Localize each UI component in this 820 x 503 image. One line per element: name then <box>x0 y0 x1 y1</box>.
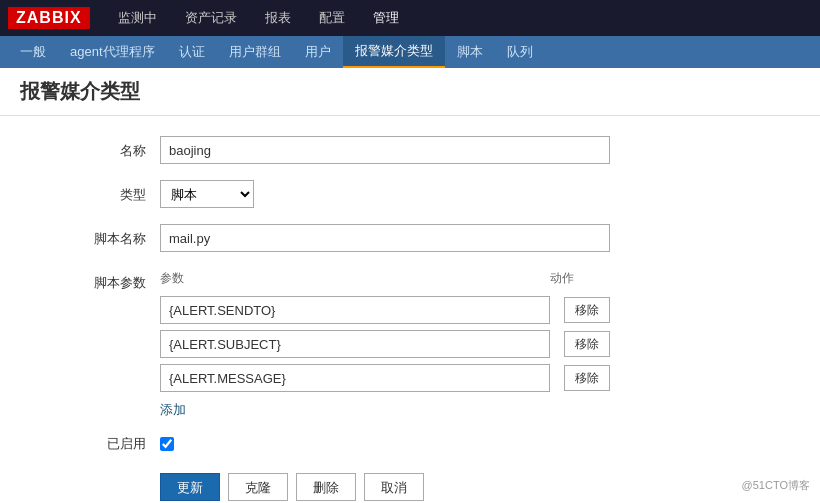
type-select[interactable]: 脚本 电子邮件 SMS Jabber Ez Texting <box>160 180 254 208</box>
remove-btn-1[interactable]: 移除 <box>564 297 610 323</box>
nav-item-monitor[interactable]: 监测中 <box>106 3 169 33</box>
subnav-agent[interactable]: agent代理程序 <box>58 37 167 67</box>
subnav-media-types[interactable]: 报警媒介类型 <box>343 36 445 68</box>
zabbix-logo: ZABBIX <box>8 7 90 29</box>
nav-item-assets[interactable]: 资产记录 <box>173 3 249 33</box>
top-nav-items: 监测中 资产记录 报表 配置 管理 <box>106 3 411 33</box>
action-col-header: 动作 <box>550 268 610 293</box>
clone-button[interactable]: 克隆 <box>228 473 288 501</box>
script-name-field <box>160 224 780 252</box>
script-name-input[interactable] <box>160 224 610 252</box>
name-label: 名称 <box>40 136 160 160</box>
name-field <box>160 136 780 164</box>
param-row-2: 移除 <box>160 327 610 361</box>
nav-item-config[interactable]: 配置 <box>307 3 357 33</box>
param-input-2[interactable] <box>160 330 550 358</box>
param-row-3: 移除 <box>160 361 610 395</box>
form-container: 名称 类型 脚本 电子邮件 SMS Jabber Ez Texting 脚本名称… <box>0 116 820 503</box>
remove-btn-3[interactable]: 移除 <box>564 365 610 391</box>
nav-item-reports[interactable]: 报表 <box>253 3 303 33</box>
subnav-usergroups[interactable]: 用户群组 <box>217 37 293 67</box>
type-label: 类型 <box>40 180 160 204</box>
type-field: 脚本 电子邮件 SMS Jabber Ez Texting <box>160 180 780 208</box>
params-table: 参数 动作 移除 移除 移除 <box>160 268 610 395</box>
action-buttons: 更新 克隆 删除 取消 <box>160 473 780 501</box>
top-navigation: ZABBIX 监测中 资产记录 报表 配置 管理 <box>0 0 820 36</box>
script-name-label: 脚本名称 <box>40 224 160 248</box>
nav-item-admin[interactable]: 管理 <box>361 3 411 33</box>
delete-button[interactable]: 删除 <box>296 473 356 501</box>
param-input-1[interactable] <box>160 296 550 324</box>
subnav-scripts[interactable]: 脚本 <box>445 37 495 67</box>
cancel-button[interactable]: 取消 <box>364 473 424 501</box>
param-row-1: 移除 <box>160 293 610 327</box>
enabled-label: 已启用 <box>40 435 160 453</box>
page-title: 报警媒介类型 <box>0 68 820 116</box>
script-params-label: 脚本参数 <box>40 268 160 292</box>
enabled-checkbox[interactable] <box>160 437 174 451</box>
enabled-row: 已启用 <box>40 435 780 453</box>
subnav-auth[interactable]: 认证 <box>167 37 217 67</box>
add-param-link[interactable]: 添加 <box>160 401 186 419</box>
name-input[interactable] <box>160 136 610 164</box>
sub-navigation: 一般 agent代理程序 认证 用户群组 用户 报警媒介类型 脚本 队列 <box>0 36 820 68</box>
param-input-3[interactable] <box>160 364 550 392</box>
script-params-row: 脚本参数 参数 动作 移除 移除 <box>40 268 780 419</box>
update-button[interactable]: 更新 <box>160 473 220 501</box>
type-row: 类型 脚本 电子邮件 SMS Jabber Ez Texting <box>40 180 780 208</box>
script-name-row: 脚本名称 <box>40 224 780 252</box>
name-row: 名称 <box>40 136 780 164</box>
params-col-header: 参数 <box>160 268 550 293</box>
remove-btn-2[interactable]: 移除 <box>564 331 610 357</box>
subnav-queue[interactable]: 队列 <box>495 37 545 67</box>
watermark: @51CTO博客 <box>742 478 810 493</box>
subnav-users[interactable]: 用户 <box>293 37 343 67</box>
subnav-general[interactable]: 一般 <box>8 37 58 67</box>
script-params-field: 参数 动作 移除 移除 移除 <box>160 268 780 419</box>
